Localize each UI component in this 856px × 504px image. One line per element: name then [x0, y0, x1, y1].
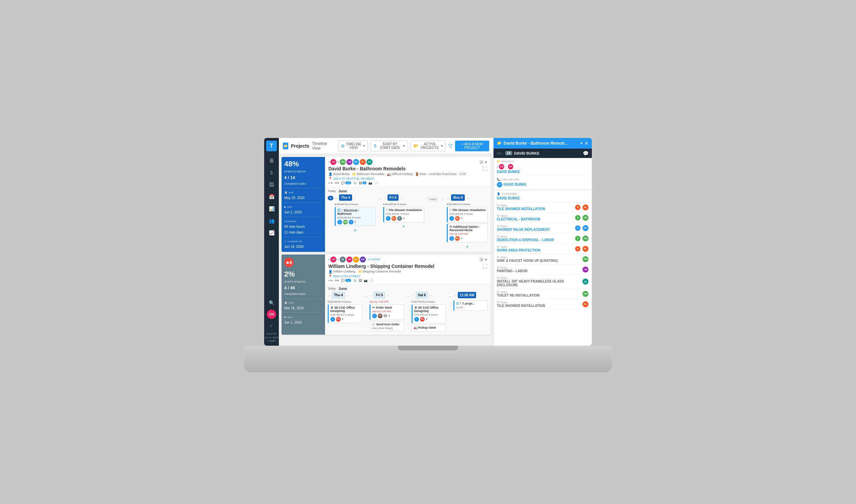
active-projects-btn[interactable]: 📂 ACTIVE PROJECTS ▾	[411, 141, 446, 151]
sidebar-icon-users[interactable]: 👥	[266, 215, 277, 226]
task-card-2-fri5-2[interactable]: 🛒 Send Kurt Order Links (See Steps)	[370, 321, 404, 331]
sidebar-logo[interactable]: T	[266, 141, 277, 151]
task-title: ✏ Order Steel	[372, 306, 402, 309]
person-icon: 👤	[328, 172, 332, 176]
task-card-2-sat6-1[interactable]: 🖥 3D CAD Office Designing 5:00 PM for 6 …	[412, 304, 446, 323]
task-card-2-sat6-2[interactable]: 🚛 Pickup Steel	[412, 324, 446, 332]
filter-icon[interactable]: ▽	[448, 143, 452, 149]
action-camera-2[interactable]: 📷	[364, 279, 367, 282]
action-camera[interactable]: 📷	[369, 181, 372, 185]
sidebar-icon-dollar[interactable]: $	[266, 167, 277, 178]
task-time-2: Links (See Steps)	[372, 327, 402, 330]
avatar-dt: DT	[353, 256, 359, 263]
rp-task-name[interactable]: TILE SHOWER INSTALLATION	[497, 304, 581, 308]
rp-close-btn[interactable]: ✕	[584, 141, 588, 146]
start-label: ▶start	[284, 205, 322, 209]
rp-task-label-text: TASK:	[500, 256, 508, 259]
completed-label: completed tasks	[284, 182, 322, 185]
task-card[interactable]: ☑ T Electrical - Bathroom 8:00 AM for 9 …	[335, 207, 376, 226]
rp-task-item-8: ☰ TASK: TOILET RE-INSTALLATION GN	[494, 289, 592, 299]
completed-tasks-2: 4 / 46	[284, 285, 322, 290]
chevron-down-icon: ▾	[363, 144, 365, 148]
sidebar-icon-chart[interactable]: 📊	[266, 203, 277, 214]
rp-task-name[interactable]: ELECTRICAL - BATHROOM	[497, 217, 573, 221]
sort-btn[interactable]: ⇅ SORT BY START DATE ▾	[371, 141, 408, 151]
sidebar-icon-check[interactable]: ✓	[266, 320, 277, 331]
arrow-r: →	[386, 293, 389, 297]
fullscreen-btn[interactable]: ⛶	[482, 166, 487, 172]
title-row: p CH w GN LM MC RL ZG ⊞	[328, 159, 487, 165]
expand-btn-2[interactable]: ⊞ ▾	[479, 257, 487, 262]
fullscreen-btn-2[interactable]: ⛶	[482, 264, 487, 269]
rp-task-label: ☰ TASK:	[497, 225, 573, 228]
avatar-gn: GN	[343, 220, 348, 224]
rp-task-name[interactable]: SINK & FAUCET HOOK UP (EXISTING)	[497, 259, 581, 263]
rp-task-label: ☰ TASK:	[497, 204, 573, 207]
prev-btn[interactable]: 3	[328, 196, 333, 200]
task-card-2-fri5-1[interactable]: ✏ Order Steel due by 3:00 PM 1 TF 1	[370, 304, 404, 320]
task-card-2-11am[interactable]: ☑ T T proje... 11:00...	[453, 300, 488, 311]
action-comment-2[interactable]: 💬 11	[341, 279, 351, 282]
chevron-down-icon: ▾	[441, 144, 443, 148]
rp-chat-icon[interactable]: 💬	[583, 151, 588, 156]
action-attach-2[interactable]: 📎	[353, 279, 357, 282]
action-attach[interactable]: 📎	[353, 181, 357, 185]
rp-task-info: ☰ TASK: TILE SHOWER INSTALLATION	[497, 204, 573, 211]
location-tag: 🚛 Difficult Parking	[387, 172, 412, 176]
add-project-btn[interactable]: + ADD A NEW PROJECT	[455, 141, 489, 151]
timeline-view-btn[interactable]: ⊞ TIMELINE VIEW ▾	[338, 141, 368, 151]
completed-label-2: completed tasks	[284, 292, 322, 295]
task-card-fri5[interactable]: T Tile Shower Installation 8:00 AM for 9…	[383, 207, 424, 222]
folder-icon: 📁	[352, 172, 356, 176]
add-task-fri5[interactable]: +	[383, 224, 424, 229]
list-icon: ☰	[497, 291, 499, 293]
add-task-mon8[interactable]: +	[447, 244, 488, 249]
task-card-mon8-2[interactable]: ✉ Additional Option - Recessed Niche due…	[447, 223, 488, 242]
sidebar-icon-image[interactable]: 🖼	[266, 179, 277, 190]
rp-task-name[interactable]: TILE SHOWER INSTALLATION	[497, 207, 573, 211]
list-icon: ☰	[497, 266, 499, 269]
action-email[interactable]: ✉▾	[335, 181, 339, 185]
project-meta-2: 👤 William Lindberg 📁 Shipping Container …	[328, 270, 487, 273]
sidebar-icon-bar[interactable]: 📈	[266, 228, 277, 238]
rp-task-name[interactable]: DEMOLITION & DISPOSAL - LABOR	[497, 238, 573, 242]
expand-btn[interactable]: ⊞ ▾	[479, 159, 487, 165]
action-doc-2[interactable]: 📄	[370, 279, 373, 282]
rp-task-name[interactable]: INSTALL 3/8" HEAVY FRAMELESS GLASS ENCLO…	[497, 280, 581, 287]
door-tag: 🚪 Door - Lock Box Front Door - 1776	[415, 172, 466, 176]
user-avatar[interactable]: CH	[267, 310, 276, 319]
action-image-2[interactable]: 🖼	[359, 279, 362, 282]
folder-icon-2: 📁	[358, 270, 362, 273]
rp-task-label: ☰ TASK:	[497, 256, 581, 259]
day-col-fri5: ← Fri 5 → 8:00 AM for 9 hours	[383, 194, 424, 229]
action-doc[interactable]: 📄	[374, 181, 378, 185]
action-task-2[interactable]: ✏▾	[328, 279, 333, 282]
person-icon: 👤	[497, 192, 500, 195]
chevron-icon: ▾	[388, 313, 390, 318]
day-header-2-thu4: Thu 4	[332, 292, 345, 298]
action-task[interactable]: ✏▾	[328, 181, 333, 185]
task-title: ☑ T Electrical - Bathroom	[337, 209, 374, 215]
action-email-2[interactable]: ✉▾	[335, 279, 339, 282]
task-card-2-thu4[interactable]: 🖥 3D CAD Office Designing 8:00 AM for 6 …	[328, 304, 362, 323]
sidebar-icon-calendar[interactable]: 📅	[266, 192, 277, 202]
due-by: due by 8:00 AM	[449, 232, 486, 235]
rp-dropdown-icon[interactable]: ▾	[581, 141, 582, 146]
rp-task-name[interactable]: SHOWER VALVE REPLACEMENT	[497, 228, 573, 232]
day-header-mon8: Mon 8	[451, 194, 465, 201]
sidebar-icon-search[interactable]: 🔍	[266, 298, 277, 308]
sidebar-icon-list[interactable]: ☰	[266, 155, 277, 166]
list-icon: ☰	[497, 276, 499, 280]
task-card-mon8-1[interactable]: T Tile Shower Installation 8:00 AM for 9…	[447, 207, 488, 222]
task-title: T Tile Shower Installation	[449, 209, 486, 212]
rp-followups-label: 📞 FOLLOW UPS:	[497, 178, 588, 181]
task-footer: 1 RL S ▾	[386, 216, 422, 221]
add-task-btn[interactable]: +	[335, 228, 376, 233]
progress-pct-2: 2%	[284, 271, 322, 278]
rp-followups-section: 📞 FOLLOW UPS: 4 DAVID BURKE	[494, 176, 592, 190]
rp-task-name[interactable]: TOILET RE-INSTALLATION	[497, 293, 581, 297]
rp-task-name[interactable]: PAINTING - LABOR	[497, 269, 581, 273]
action-image[interactable]: 🖼 5	[359, 181, 366, 185]
rp-task-name[interactable]: WORK AREA PROTECTION	[497, 249, 573, 252]
action-comment[interactable]: 💬 18	[341, 181, 351, 185]
